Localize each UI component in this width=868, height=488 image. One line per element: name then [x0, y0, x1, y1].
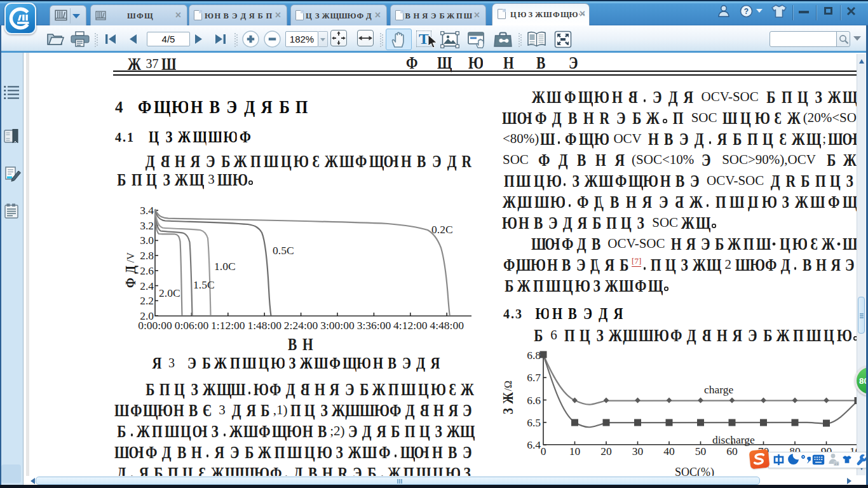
svg-text:0:06:00: 0:06:00 [175, 319, 209, 332]
svg-text:6.4: 6.4 [527, 438, 541, 451]
svg-text:0.2C: 0.2C [431, 223, 453, 236]
svg-text:?: ? [744, 7, 749, 16]
svg-text:2.6: 2.6 [140, 264, 154, 277]
svg-text:10: 10 [569, 445, 581, 458]
svg-text:6.6: 6.6 [527, 394, 541, 407]
svg-text:2:24:00: 2:24:00 [284, 319, 318, 332]
svg-text:2.2: 2.2 [140, 294, 154, 307]
svg-text:2.0C: 2.0C [159, 287, 180, 299]
svg-text:1:48:00: 1:48:00 [247, 319, 281, 332]
svg-text:1.0C: 1.0C [214, 260, 236, 273]
svg-text:2.4: 2.4 [140, 280, 154, 292]
svg-text:3.4: 3.4 [140, 204, 154, 217]
svg-text:charge: charge [704, 383, 734, 396]
svg-text:3:36:00: 3:36:00 [357, 319, 391, 332]
svg-text:4:48:00: 4:48:00 [430, 319, 464, 332]
svg-text:30: 30 [632, 445, 644, 458]
svg-text:0: 0 [541, 445, 546, 458]
svg-text:0.5C: 0.5C [273, 244, 294, 257]
svg-text:6.7: 6.7 [527, 371, 541, 384]
svg-text:50: 50 [695, 445, 707, 458]
svg-text:20: 20 [600, 445, 612, 458]
svg-text:6.5: 6.5 [527, 416, 541, 429]
svg-text:3.0: 3.0 [140, 234, 154, 247]
svg-text:4:12:00: 4:12:00 [393, 319, 428, 332]
svg-text:40: 40 [663, 445, 675, 458]
svg-text:1:12:00: 1:12:00 [211, 319, 245, 332]
svg-text:2.8: 2.8 [140, 249, 154, 262]
svg-text:discharge: discharge [712, 433, 755, 446]
svg-text:60: 60 [726, 445, 738, 458]
svg-text:1.5C: 1.5C [193, 278, 215, 291]
svg-text:3:00:00: 3:00:00 [320, 319, 355, 332]
svg-text:19: 19 [834, 462, 839, 466]
svg-text:3.2: 3.2 [140, 219, 154, 232]
svg-text:0:00:00: 0:00:00 [138, 319, 172, 332]
svg-text:6.8: 6.8 [527, 349, 541, 362]
